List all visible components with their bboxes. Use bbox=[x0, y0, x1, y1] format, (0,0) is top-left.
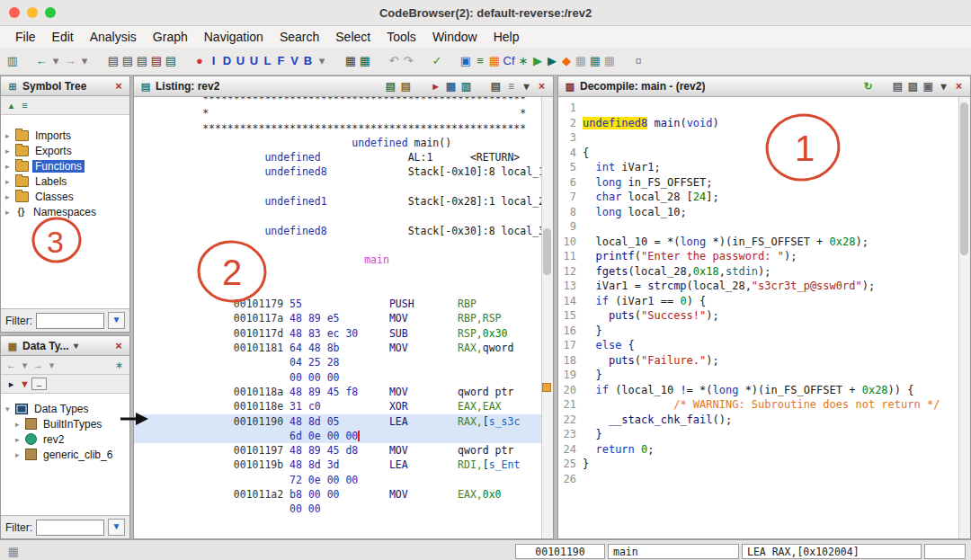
snapshot-icon[interactable]: ▣ bbox=[922, 76, 935, 97]
edit-function-icon[interactable]: ▨ bbox=[906, 76, 920, 97]
letter-b-icon[interactable]: B bbox=[301, 50, 315, 72]
menu-graph[interactable]: Graph bbox=[145, 30, 196, 44]
redo-icon[interactable]: ↷ bbox=[401, 50, 415, 72]
data-types-root[interactable]: ▾Data Types bbox=[1, 401, 129, 416]
assemble-icon[interactable]: ▦ bbox=[343, 50, 358, 72]
symbol-tree-item-functions[interactable]: ▸Functions bbox=[1, 158, 129, 173]
decompiler-line[interactable]: 14 if (iVar1 == 0) { bbox=[558, 294, 970, 309]
listing-line[interactable] bbox=[134, 238, 542, 253]
expand-arrow-icon[interactable]: ▸ bbox=[5, 192, 15, 201]
save-icon[interactable]: ▥ bbox=[5, 50, 20, 72]
program-options-icon[interactable]: ▤ bbox=[164, 50, 178, 72]
listing-line[interactable]: ****************************************… bbox=[134, 97, 542, 106]
decompiler-line[interactable]: 23 } bbox=[558, 427, 970, 442]
close-icon[interactable]: × bbox=[535, 76, 548, 97]
letter-d-icon[interactable]: D bbox=[220, 50, 234, 72]
capture-view-icon[interactable]: ▴ bbox=[4, 98, 18, 112]
decompiler-line[interactable]: 2undefined8 main(void) bbox=[558, 116, 970, 131]
expand-arrow-icon[interactable]: ▸ bbox=[5, 208, 15, 217]
decompiler-line[interactable]: 22 __stack_chk_fail(); bbox=[558, 413, 970, 428]
expand-arrow-icon[interactable]: ▸ bbox=[5, 177, 15, 186]
decompiler-line[interactable]: 15 puts("Success!"); bbox=[558, 308, 970, 324]
decompiler-line[interactable]: 5 int iVar1; bbox=[558, 160, 970, 175]
listing-line[interactable]: 6d 0e 00 00 bbox=[134, 429, 542, 443]
expand-arrow-icon[interactable]: ▸ bbox=[15, 420, 25, 429]
letter-u2-icon[interactable]: U bbox=[247, 50, 261, 72]
forward-dropdown-icon[interactable]: ▾ bbox=[77, 50, 92, 72]
decompiler-line[interactable]: 21 /* WARNING: Subroutine does not retur… bbox=[558, 397, 970, 413]
expand-arrow-icon[interactable]: ▾ bbox=[5, 404, 15, 413]
panel-title-dropdown-icon[interactable]: ▾ bbox=[72, 341, 81, 351]
back-arrow-icon[interactable]: ← bbox=[34, 50, 49, 72]
listing-line[interactable] bbox=[134, 180, 542, 194]
edit-fields-icon[interactable]: ▦ bbox=[444, 76, 458, 97]
listing-line[interactable]: undefined1 Stack[-0x28]:1 local_28 bbox=[134, 194, 542, 209]
decompiler-line[interactable]: 12 fgets(local_28,0x18,stdin); bbox=[558, 264, 970, 280]
listing-line[interactable]: 00 00 00 bbox=[134, 370, 542, 385]
listing-line[interactable] bbox=[134, 282, 542, 297]
next-dropdown-icon[interactable]: ▾ bbox=[45, 358, 58, 372]
analysis-check-icon[interactable]: ✓ bbox=[430, 50, 444, 72]
data-types-item-builtintypes[interactable]: ▸BuiltInTypes bbox=[1, 416, 129, 431]
refresh-datatypes-icon[interactable]: ∗ bbox=[112, 358, 126, 372]
symbol-filter-input[interactable] bbox=[36, 313, 104, 329]
listing-line[interactable]: 00101197 48 89 45 d8 MOV qword ptr bbox=[134, 443, 542, 458]
minimize-window-icon[interactable] bbox=[27, 7, 38, 18]
paste-program-icon[interactable]: ▤ bbox=[120, 50, 135, 72]
expand-arrow-icon[interactable]: ▸ bbox=[15, 450, 25, 459]
decompiler-line[interactable]: 24 return 0; bbox=[558, 442, 970, 458]
listing-line[interactable]: 04 25 28 bbox=[134, 355, 542, 369]
listing-line[interactable]: 00101179 55 PUSH RBP bbox=[134, 297, 542, 311]
decompiler-line[interactable]: 9 bbox=[558, 219, 970, 235]
collapse-all-icon[interactable]: − bbox=[31, 378, 47, 390]
record-icon[interactable]: ● bbox=[192, 50, 207, 72]
letter-f-icon[interactable]: F bbox=[274, 50, 288, 72]
program-tree-icon[interactable]: ▤ bbox=[135, 50, 149, 72]
previous-datatype-icon[interactable]: ← bbox=[4, 358, 18, 372]
equates-icon[interactable]: ▦ bbox=[602, 50, 617, 72]
decompiler-line[interactable]: 18 puts("Failure."); bbox=[558, 353, 970, 369]
letter-u1-icon[interactable]: U bbox=[234, 50, 247, 72]
symbol-tree-icon[interactable]: ≡ bbox=[473, 50, 487, 72]
decompiler-scrollbar[interactable] bbox=[958, 97, 970, 538]
listing-line[interactable]: * * bbox=[134, 106, 542, 120]
listing-line[interactable]: undefined main() bbox=[134, 136, 542, 150]
copy-icon[interactable]: ▤ bbox=[384, 76, 397, 97]
toggle-header-icon[interactable]: ≡ bbox=[504, 76, 518, 97]
listing-line[interactable]: 0010118e 31 c0 XOR EAX,EAX bbox=[134, 399, 542, 413]
expand-arrow-icon[interactable]: ▸ bbox=[5, 147, 15, 156]
scrollbar-thumb[interactable] bbox=[543, 228, 551, 275]
listing-scrollbar[interactable] bbox=[541, 97, 553, 538]
listing-line[interactable]: undefined8 Stack[-0x30]:8 local_30 bbox=[134, 224, 542, 238]
window-layout-icon[interactable]: ▦ bbox=[5, 545, 22, 558]
menu-navigation[interactable]: Navigation bbox=[196, 30, 272, 44]
memory-map-icon[interactable]: ▦ bbox=[487, 50, 502, 72]
expand-arrow-icon[interactable]: ▸ bbox=[5, 131, 15, 140]
close-window-icon[interactable] bbox=[9, 7, 20, 18]
expand-arrow-icon[interactable]: ▸ bbox=[5, 162, 15, 171]
decompiler-line[interactable]: 1 bbox=[558, 101, 970, 116]
listing-line[interactable]: 00 00 bbox=[134, 502, 542, 516]
decompiler-line[interactable]: 10 local_10 = *(long *)(in_FS_OFFSET + 0… bbox=[558, 235, 970, 250]
copy-program-icon[interactable]: ▤ bbox=[106, 50, 120, 72]
console-icon[interactable]: Cf bbox=[502, 50, 516, 72]
listing-line[interactable] bbox=[134, 209, 542, 223]
listing-line[interactable] bbox=[134, 268, 542, 282]
panel-menu-icon[interactable]: ▾ bbox=[937, 76, 950, 97]
menu-help[interactable]: Help bbox=[486, 30, 528, 44]
checkpoint-icon[interactable]: ◆ bbox=[559, 50, 574, 72]
data-types-filter-input[interactable] bbox=[36, 520, 104, 536]
script-manager-icon[interactable]: ▶ bbox=[545, 50, 559, 72]
diff-view-icon[interactable]: ▥ bbox=[459, 76, 473, 97]
panel-menu-icon[interactable]: ▾ bbox=[520, 76, 533, 97]
cursor-location-icon[interactable]: ▸ bbox=[429, 76, 442, 97]
decompiler-line[interactable]: 8 long local_10; bbox=[558, 205, 970, 220]
menu-file[interactable]: File bbox=[7, 30, 44, 44]
menu-tools[interactable]: Tools bbox=[379, 30, 424, 44]
listing-line[interactable]: 00101190 48 8d 05 LEA RAX,[s_s3c bbox=[134, 414, 542, 429]
key-icon[interactable]: ¤ bbox=[631, 50, 646, 72]
data-type-manager-icon[interactable]: ∗ bbox=[516, 50, 530, 72]
copy-icon[interactable]: ▤ bbox=[891, 76, 904, 97]
back-dropdown-icon[interactable]: ▾ bbox=[49, 50, 63, 72]
listing-line[interactable]: 0010119b 48 8d 3d LEA RDI,[s_Ent bbox=[134, 458, 542, 472]
